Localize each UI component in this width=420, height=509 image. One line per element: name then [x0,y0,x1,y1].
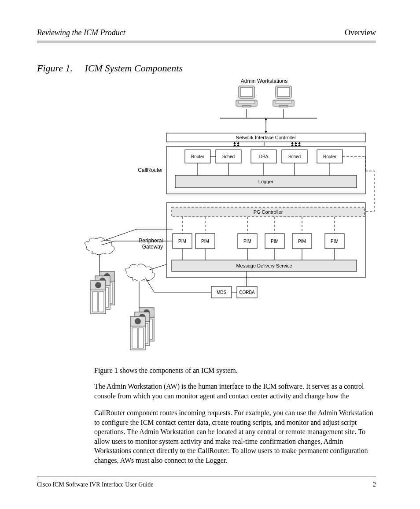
svg-text:PIM: PIM [201,239,209,244]
admin-workstation-icon [236,86,257,107]
admin-workstations-label: Admin Workstations [241,78,287,84]
footer-left: Cisco ICM Software IVR Interface User Gu… [37,481,153,488]
callrouter-label: CallRouter [138,167,163,173]
svg-line-88 [150,264,166,270]
acd-stack-b-icon [130,308,154,350]
svg-text:PIM: PIM [271,239,279,244]
pg-label: PeripheralGateway [139,238,163,250]
pg-controller-label: PG Controller [254,209,283,215]
svg-text:Sched: Sched [222,154,235,159]
pg-mds-label: Message Delivery Service [236,263,292,268]
logger-label: Logger [258,179,274,184]
svg-text:PIM: PIM [243,239,251,244]
nic-bar-label: Network Interface Controller [236,135,296,140]
footer-right: 2 [373,481,376,488]
figure-caption: Figure 1 shows the components of an ICM … [94,366,376,375]
body-para-2: CallRouter component routes incoming req… [94,408,376,465]
svg-text:Sched: Sched [288,154,301,159]
svg-text:Router: Router [191,154,205,159]
svg-text:PIM: PIM [298,239,306,244]
footer-rule [37,476,376,476]
svg-line-85 [101,229,136,241]
svg-text:DBA: DBA [259,154,269,159]
cloud-a-icon [85,238,114,255]
admin-workstation-icon [273,86,294,107]
svg-text:Router: Router [323,154,337,159]
acd-stack-a-icon [91,271,114,314]
body-para-1: The Admin Workstation (AW) is the human … [94,382,376,401]
lower-box-0: MDS [217,290,227,295]
svg-text:PIM: PIM [331,239,339,244]
svg-text:PIM: PIM [178,239,186,244]
lower-box-1: CORBA [239,290,255,295]
cloud-b-icon [125,264,155,281]
